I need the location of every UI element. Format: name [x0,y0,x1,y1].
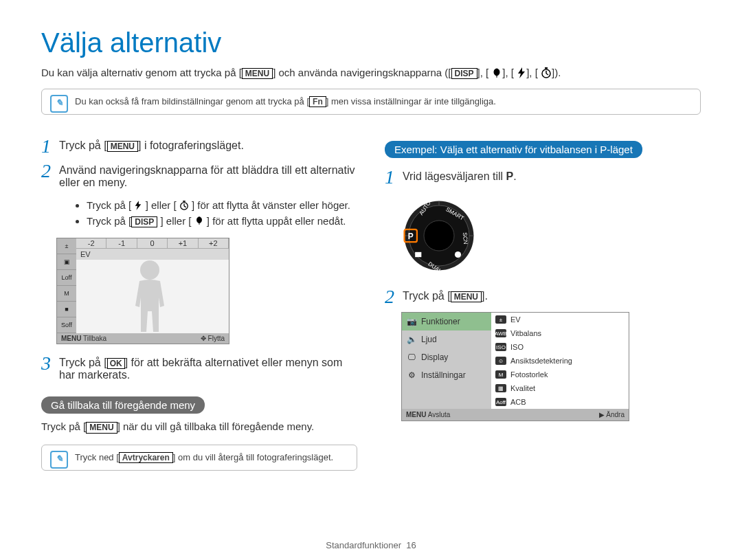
svg-point-23 [455,251,461,258]
step-text: ] i fotograferingsläget. [138,139,244,151]
svg-rect-4 [545,67,548,69]
menu-item-label: Fotostorlek [510,370,548,379]
lcd-sidebar: ± ▣ Loff M ■ Soff [57,238,76,333]
menu-bottombar: MENU Avsluta ▶ Ändra [402,409,629,421]
lcd-side-icon: Soff [57,317,76,333]
lcd-side-icon: Loff [57,270,76,286]
menu-item: ISOISO [491,340,629,354]
menu-left-pane: 📷Funktioner 🔈Ljud 🖵Display ⚙Inställninga… [402,313,491,409]
timer-icon [179,201,189,212]
intro-text: Du kan välja alternativ genom att trycka… [41,67,242,78]
scale-tick: +2 [199,238,229,248]
menu-tab-settings: ⚙Inställningar [402,366,491,384]
camera-icon: 📷 [406,316,417,327]
step-text: Tryck på [MENU] i fotograferingsläget. [59,137,244,152]
lcd-preview [76,260,229,333]
ok-key-label: OK [107,358,125,369]
gear-icon: ⚙ [406,370,417,381]
svg-marker-5 [135,201,142,210]
lcd-ev-scale: -2 -1 0 +1 +2 [76,238,229,249]
menu-tab-sound: 🔈Ljud [402,331,491,348]
step-text: Vrid lägesväljaren till [403,170,506,182]
disp-key-label: DISP [131,216,157,227]
step-text: Tryck på [ [59,139,107,151]
step-r2: 2 Tryck på [MENU]. [385,287,701,306]
flash-icon [134,201,142,212]
menu-item-label: ACB [510,398,526,406]
menu-key-label: MENU [107,141,138,152]
scale-tick: 0 [137,238,168,248]
menu-item: MFotostorlek [491,368,629,381]
menu-tab-label: Funktioner [421,317,460,326]
menu-key-label: MENU [86,422,117,433]
menu-item: ☺Ansiktsdetektering [491,354,629,368]
iso-icon: ISO [495,343,506,351]
step-text: Tryck på [MENU]. [403,287,488,302]
lcd-back-label: MENU Tillbaka [57,333,111,344]
flash-icon [517,67,526,80]
intro-text: ]). [552,67,561,78]
note-icon: ✎ [50,451,68,469]
step-3: 3 Tryck på [OK] för att bekräfta alterna… [41,354,357,381]
substep: Tryck på [ ] eller [ ] för att flytta åt… [87,199,357,212]
step-text: Tryck på [ [403,290,451,302]
menu-item-label: Kvalitet [510,384,535,392]
substep-text: Tryck på [ [87,199,131,211]
note-box: ✎ Du kan också få fram bildinställningar… [41,89,701,115]
step-text: ]. [482,290,488,302]
step-number: 3 [41,354,59,373]
svg-rect-24 [415,252,421,257]
menu-item: ±EV [491,313,629,326]
note-text: ] men vissa inställningar är inte tillgä… [326,96,496,107]
timer-icon [541,67,552,80]
intro-paragraph: Du kan välja alternativ genom att trycka… [41,67,701,80]
menu-tab-label: Inställningar [421,370,466,380]
step-text: Tryck på [ [59,357,107,368]
example-heading-pill: Exempel: Välja ett alternativ för vitbal… [385,141,642,158]
back-text: ] när du vill gå tillbaka till föregåend… [117,421,315,432]
right-column: Exempel: Välja ett alternativ för vitbal… [385,131,701,487]
menu-exit-label: MENU Avsluta [402,409,454,421]
note-box: ✎ Tryck ned [Avtryckaren] om du vill åte… [41,445,357,471]
menu-tab-label: Ljud [421,335,437,344]
substep-text: Tryck på [ [87,215,131,227]
scale-tick: -1 [106,238,137,248]
fn-key-label: Fn [309,96,326,107]
svg-line-3 [546,74,548,75]
step-number: 2 [41,161,59,181]
svg-point-10 [140,260,159,280]
disp-key-label: DISP [451,68,477,79]
substep: Tryck på [DISP ] eller [ ] för att flytt… [87,215,357,228]
note-text: Tryck ned [ [75,452,119,462]
substep-text: ] för att flytta åt vänster eller höger. [192,199,350,211]
step-number: 1 [385,168,403,187]
child-silhouette-icon [126,258,174,333]
menu-key-label: MENU [451,291,482,302]
quality-icon: ▦ [495,384,506,392]
footer-section: Standardfunktioner [326,540,401,550]
substeps: Tryck på [ ] eller [ ] för att flytta åt… [59,199,357,227]
svg-marker-0 [518,67,525,78]
back-text: Tryck på [ [41,421,86,432]
size-icon: M [495,370,506,379]
speaker-icon: 🔈 [406,334,417,345]
lcd-side-icon: M [57,286,76,302]
scale-tick: -2 [76,238,106,248]
step-r1: 1 Vrid lägesväljaren till P. [385,168,701,187]
step-text: Vrid lägesväljaren till P. [403,168,517,183]
substep-text: ] eller [ [146,199,177,211]
step-text: . [513,170,516,182]
menu-item: ▦Kvalitet [491,381,629,395]
step-2: 2 Använd navigeringsknapparna för att bl… [41,161,357,189]
menu-tab-functions: 📷Funktioner [402,313,491,331]
manual-page: Välja alternativ Du kan välja alternativ… [0,0,742,560]
back-instruction: Tryck på [MENU] när du vill gå tillbaka … [41,418,357,433]
lcd-bottombar: MENU Tillbaka ✥ Flytta [57,333,229,344]
mode-dial-icon: P AUTO SMART SCN DUAL [401,198,477,273]
menu-item-label: ISO [510,343,524,351]
menu-item: AoffACB [491,395,629,409]
note-text: Du kan också få fram bildinställningar g… [75,96,309,107]
intro-text: ], [ [477,67,489,78]
face-icon: ☺ [495,357,506,365]
camera-lcd-mock: ± ▣ Loff M ■ Soff -2 -1 0 +1 +2 [56,238,229,344]
